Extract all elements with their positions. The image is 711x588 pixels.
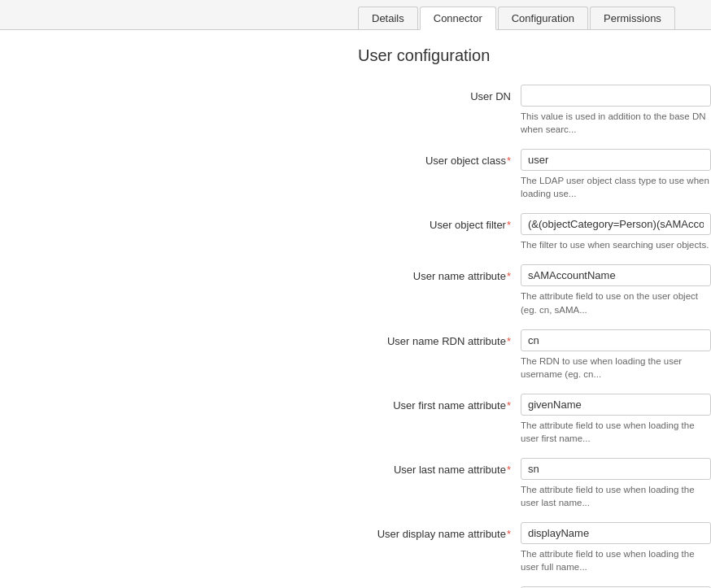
- label-user-last-name-attribute: User last name attribute*: [358, 458, 521, 477]
- required-indicator: *: [507, 399, 511, 412]
- tab-details[interactable]: Details: [358, 7, 418, 29]
- input-user-first-name-attribute[interactable]: [521, 394, 711, 416]
- form-row-user-last-name-attribute: User last name attribute*The attribute f…: [358, 458, 711, 509]
- help-user-name-rdn-attribute: The RDN to use when loading the user use…: [521, 355, 711, 381]
- field-group-user-first-name-attribute: The attribute field to use when loading …: [521, 394, 711, 445]
- form-row-user-first-name-attribute: User first name attribute*The attribute …: [358, 394, 711, 445]
- form-row-user-dn: User DNThis value is used in addition to…: [358, 85, 711, 136]
- help-user-display-name-attribute: The attribute field to use when loading …: [521, 547, 711, 573]
- help-user-dn: This value is used in addition to the ba…: [521, 110, 711, 136]
- help-user-name-attribute: The attribute field to use on the user o…: [521, 290, 711, 316]
- required-indicator: *: [507, 270, 511, 282]
- field-group-user-last-name-attribute: The attribute field to use when loading …: [521, 458, 711, 509]
- label-user-object-filter: User object filter*: [358, 213, 521, 233]
- form-row-user-name-rdn-attribute: User name RDN attribute*The RDN to use w…: [358, 329, 711, 381]
- input-user-dn[interactable]: [521, 85, 711, 107]
- form-row-user-object-filter: User object filter*The filter to use whe…: [358, 213, 711, 251]
- label-user-name-attribute: User name attribute*: [358, 264, 521, 284]
- label-user-object-class: User object class*: [358, 149, 521, 168]
- help-user-object-class: The LDAP user object class type to use w…: [521, 174, 711, 200]
- form-row-user-display-name-attribute: User display name attribute*The attribut…: [358, 522, 711, 573]
- tab-permissions[interactable]: Permissions: [590, 7, 675, 29]
- input-user-name-attribute[interactable]: [521, 264, 711, 286]
- input-user-name-rdn-attribute[interactable]: [521, 329, 711, 351]
- help-user-first-name-attribute: The attribute field to use when loading …: [521, 419, 711, 445]
- input-user-display-name-attribute[interactable]: [521, 522, 711, 544]
- input-user-object-filter[interactable]: [521, 213, 711, 235]
- tab-bar: DetailsConnectorConfigurationPermissions: [0, 0, 711, 30]
- tab-connector[interactable]: Connector: [420, 7, 496, 30]
- input-user-object-class[interactable]: [521, 149, 711, 171]
- label-user-dn: User DN: [358, 85, 521, 104]
- required-indicator: *: [507, 219, 511, 231]
- form-row-user-object-class: User object class*The LDAP user object c…: [358, 149, 711, 200]
- page-title: User configuration: [358, 46, 711, 65]
- field-group-user-object-class: The LDAP user object class type to use w…: [521, 149, 711, 200]
- field-group-user-dn: This value is used in addition to the ba…: [521, 85, 711, 136]
- required-indicator: *: [507, 155, 511, 167]
- label-user-name-rdn-attribute: User name RDN attribute*: [358, 329, 521, 349]
- field-group-user-name-attribute: The attribute field to use on the user o…: [521, 264, 711, 316]
- input-user-last-name-attribute[interactable]: [521, 458, 711, 480]
- tab-configuration[interactable]: Configuration: [498, 7, 588, 29]
- required-indicator: *: [507, 335, 511, 347]
- form-row-user-name-attribute: User name attribute*The attribute field …: [358, 264, 711, 316]
- required-indicator: *: [507, 528, 511, 540]
- label-user-display-name-attribute: User display name attribute*: [358, 522, 521, 542]
- field-group-user-display-name-attribute: The attribute field to use when loading …: [521, 522, 711, 573]
- field-group-user-object-filter: The filter to use when searching user ob…: [521, 213, 711, 251]
- form-container: User DNThis value is used in addition to…: [358, 85, 711, 588]
- required-indicator: *: [507, 464, 511, 476]
- field-group-user-name-rdn-attribute: The RDN to use when loading the user use…: [521, 329, 711, 381]
- page-content: User configuration User DNThis value is …: [0, 30, 711, 588]
- help-user-last-name-attribute: The attribute field to use when loading …: [521, 483, 711, 509]
- label-user-first-name-attribute: User first name attribute*: [358, 394, 521, 413]
- help-user-object-filter: The filter to use when searching user ob…: [521, 238, 711, 251]
